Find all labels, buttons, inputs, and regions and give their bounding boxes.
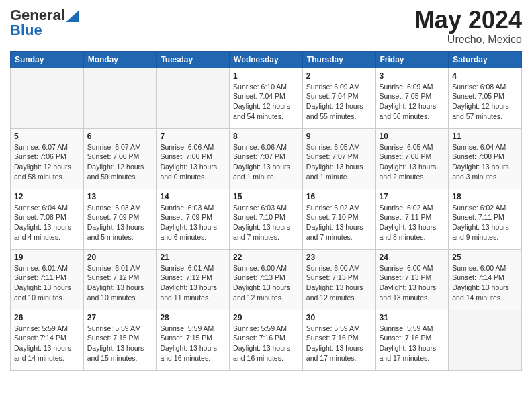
day-number: 26 bbox=[14, 313, 80, 322]
cell-10: 10Sunrise: 6:05 AMSunset: 7:08 PMDayligh… bbox=[375, 128, 449, 189]
cell-info: Sunrise: 6:04 AMSunset: 7:08 PMDaylight:… bbox=[452, 142, 518, 182]
cell-info: Sunrise: 6:06 AMSunset: 7:06 PMDaylight:… bbox=[160, 142, 226, 182]
cell-25: 25Sunrise: 6:00 AMSunset: 7:14 PMDayligh… bbox=[449, 249, 522, 310]
daylight-label: Daylight: 13 hours and 0 minutes. bbox=[160, 163, 217, 181]
daylight-label: Daylight: 13 hours and 11 minutes. bbox=[160, 283, 217, 302]
title-block: May 2024 Urecho, Mexico bbox=[414, 7, 522, 46]
cell-18: 18Sunrise: 6:02 AMSunset: 7:11 PMDayligh… bbox=[449, 189, 522, 249]
daylight-label: Daylight: 13 hours and 10 minutes. bbox=[14, 283, 71, 302]
daylight-label: Daylight: 13 hours and 5 minutes. bbox=[87, 223, 144, 241]
cell-info: Sunrise: 6:01 AMSunset: 7:12 PMDaylight:… bbox=[87, 263, 153, 303]
cell-12: 12Sunrise: 6:04 AMSunset: 7:08 PMDayligh… bbox=[11, 189, 84, 249]
daylight-label: Daylight: 12 hours and 56 minutes. bbox=[380, 102, 437, 120]
sunrise-label: Sunrise: 5:59 AM bbox=[306, 324, 360, 332]
cell-info: Sunrise: 6:02 AMSunset: 7:10 PMDaylight:… bbox=[306, 203, 372, 242]
sunset-label: Sunset: 7:11 PM bbox=[14, 273, 66, 281]
day-number: 17 bbox=[380, 192, 445, 201]
sunrise-label: Sunrise: 5:59 AM bbox=[233, 324, 287, 332]
svg-marker-0 bbox=[66, 10, 79, 22]
day-number: 18 bbox=[452, 192, 518, 201]
sunset-label: Sunset: 7:15 PM bbox=[160, 334, 212, 342]
sunset-label: Sunset: 7:13 PM bbox=[306, 273, 359, 281]
cell-17: 17Sunrise: 6:02 AMSunset: 7:11 PMDayligh… bbox=[375, 189, 449, 249]
day-number: 9 bbox=[306, 132, 372, 141]
daylight-label: Daylight: 13 hours and 4 minutes. bbox=[14, 223, 71, 241]
sunset-label: Sunset: 7:05 PM bbox=[452, 92, 504, 100]
day-number: 15 bbox=[233, 192, 299, 201]
day-number: 31 bbox=[380, 313, 445, 322]
day-number: 23 bbox=[306, 253, 372, 262]
daylight-label: Daylight: 12 hours and 58 minutes. bbox=[14, 163, 71, 181]
sunrise-label: Sunrise: 6:04 AM bbox=[452, 143, 506, 151]
cell-23: 23Sunrise: 6:00 AMSunset: 7:13 PMDayligh… bbox=[302, 249, 375, 310]
sunset-label: Sunset: 7:10 PM bbox=[233, 213, 285, 221]
col-header-friday: Friday bbox=[375, 51, 449, 68]
week-row-2: 12Sunrise: 6:04 AMSunset: 7:08 PMDayligh… bbox=[11, 189, 522, 249]
day-number: 25 bbox=[452, 253, 518, 262]
sunset-label: Sunset: 7:06 PM bbox=[87, 152, 140, 161]
daylight-label: Daylight: 13 hours and 2 minutes. bbox=[380, 163, 437, 181]
day-number: 16 bbox=[306, 192, 372, 201]
calendar: SundayMondayTuesdayWednesdayThursdayFrid… bbox=[10, 51, 522, 371]
col-header-saturday: Saturday bbox=[449, 51, 522, 68]
day-number: 21 bbox=[160, 253, 226, 262]
logo-blue: Blue bbox=[10, 21, 42, 39]
cell-info: Sunrise: 6:00 AMSunset: 7:13 PMDaylight:… bbox=[380, 263, 445, 303]
daylight-label: Daylight: 13 hours and 13 minutes. bbox=[380, 283, 437, 302]
cell-16: 16Sunrise: 6:02 AMSunset: 7:10 PMDayligh… bbox=[302, 189, 375, 249]
day-number: 12 bbox=[14, 192, 80, 201]
cell-info: Sunrise: 6:00 AMSunset: 7:13 PMDaylight:… bbox=[233, 263, 299, 303]
cell-info: Sunrise: 6:01 AMSunset: 7:11 PMDaylight:… bbox=[14, 263, 80, 303]
day-number: 8 bbox=[233, 132, 299, 141]
sunrise-label: Sunrise: 6:00 AM bbox=[380, 264, 433, 272]
cell-empty bbox=[449, 310, 522, 370]
cell-30: 30Sunrise: 5:59 AMSunset: 7:16 PMDayligh… bbox=[302, 310, 375, 370]
col-header-sunday: Sunday bbox=[11, 51, 84, 68]
cell-info: Sunrise: 5:59 AMSunset: 7:14 PMDaylight:… bbox=[14, 324, 80, 363]
sunset-label: Sunset: 7:14 PM bbox=[14, 334, 66, 342]
sunset-label: Sunset: 7:05 PM bbox=[380, 92, 432, 100]
sunrise-label: Sunrise: 6:03 AM bbox=[233, 203, 287, 212]
day-number: 14 bbox=[160, 192, 226, 201]
sunset-label: Sunset: 7:07 PM bbox=[233, 152, 285, 161]
sunset-label: Sunset: 7:16 PM bbox=[233, 334, 285, 342]
cell-1: 1Sunrise: 6:10 AMSunset: 7:04 PMDaylight… bbox=[230, 68, 303, 128]
cell-4: 4Sunrise: 6:08 AMSunset: 7:05 PMDaylight… bbox=[449, 68, 522, 128]
day-number: 5 bbox=[14, 132, 80, 141]
sunrise-label: Sunrise: 6:02 AM bbox=[306, 203, 360, 212]
cell-info: Sunrise: 6:09 AMSunset: 7:05 PMDaylight:… bbox=[380, 82, 445, 122]
daylight-label: Daylight: 12 hours and 54 minutes. bbox=[233, 102, 290, 120]
cell-20: 20Sunrise: 6:01 AMSunset: 7:12 PMDayligh… bbox=[83, 249, 157, 310]
week-row-0: 1Sunrise: 6:10 AMSunset: 7:04 PMDaylight… bbox=[11, 68, 522, 128]
daylight-label: Daylight: 13 hours and 16 minutes. bbox=[160, 344, 217, 362]
sunset-label: Sunset: 7:13 PM bbox=[233, 273, 285, 281]
day-number: 22 bbox=[233, 253, 299, 262]
cell-14: 14Sunrise: 6:03 AMSunset: 7:09 PMDayligh… bbox=[157, 189, 230, 249]
cell-27: 27Sunrise: 5:59 AMSunset: 7:15 PMDayligh… bbox=[83, 310, 157, 370]
sunset-label: Sunset: 7:09 PM bbox=[160, 213, 212, 221]
day-number: 30 bbox=[306, 313, 372, 322]
sunset-label: Sunset: 7:13 PM bbox=[380, 273, 432, 281]
sunset-label: Sunset: 7:08 PM bbox=[452, 152, 504, 161]
cell-info: Sunrise: 6:10 AMSunset: 7:04 PMDaylight:… bbox=[233, 82, 299, 122]
cell-info: Sunrise: 6:09 AMSunset: 7:04 PMDaylight:… bbox=[306, 82, 372, 122]
sunrise-label: Sunrise: 6:03 AM bbox=[160, 203, 214, 212]
daylight-label: Daylight: 12 hours and 59 minutes. bbox=[87, 163, 144, 181]
sunrise-label: Sunrise: 5:59 AM bbox=[380, 324, 433, 332]
cell-8: 8Sunrise: 6:06 AMSunset: 7:07 PMDaylight… bbox=[230, 128, 303, 189]
cell-empty bbox=[83, 68, 157, 128]
cell-13: 13Sunrise: 6:03 AMSunset: 7:09 PMDayligh… bbox=[83, 189, 157, 249]
day-number: 2 bbox=[306, 71, 372, 81]
sunrise-label: Sunrise: 6:01 AM bbox=[160, 264, 214, 272]
daylight-label: Daylight: 13 hours and 12 minutes. bbox=[233, 283, 290, 302]
sunrise-label: Sunrise: 6:08 AM bbox=[452, 83, 506, 91]
sunrise-label: Sunrise: 6:09 AM bbox=[306, 83, 360, 91]
daylight-label: Daylight: 13 hours and 10 minutes. bbox=[87, 283, 144, 302]
cell-31: 31Sunrise: 5:59 AMSunset: 7:16 PMDayligh… bbox=[375, 310, 449, 370]
col-header-monday: Monday bbox=[83, 51, 157, 68]
cell-7: 7Sunrise: 6:06 AMSunset: 7:06 PMDaylight… bbox=[157, 128, 230, 189]
sunset-label: Sunset: 7:06 PM bbox=[160, 152, 212, 161]
cell-22: 22Sunrise: 6:00 AMSunset: 7:13 PMDayligh… bbox=[230, 249, 303, 310]
sunset-label: Sunset: 7:07 PM bbox=[306, 152, 359, 161]
day-number: 7 bbox=[160, 132, 226, 141]
